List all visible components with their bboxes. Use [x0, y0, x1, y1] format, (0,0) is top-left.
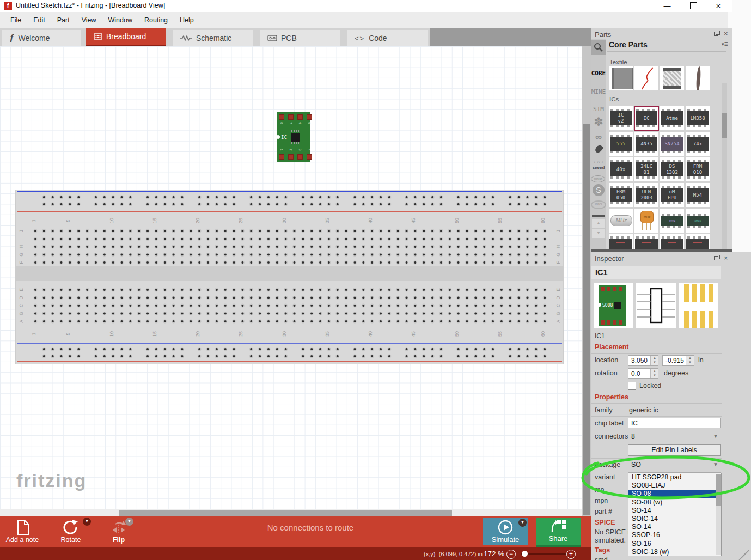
- close-button[interactable]: ×: [710, 0, 726, 11]
- parts-search-button[interactable]: [591, 40, 606, 55]
- variant-option-ssop-16[interactable]: SSOP-16: [628, 531, 719, 539]
- part-thumbnail-textile[interactable]: [686, 66, 710, 90]
- variant-option-so-08-(w)[interactable]: SO-08 (w): [628, 498, 719, 507]
- simulate-menu-caret[interactable]: ▼: [518, 519, 527, 527]
- part-thumbnail-ic-v2[interactable]: IC v2: [609, 106, 633, 130]
- parts-scrollbar[interactable]: [722, 83, 727, 249]
- package-combo[interactable]: SO ▼: [628, 460, 721, 470]
- preview-pcb[interactable]: [679, 283, 718, 328]
- variant-option-so08-eiaj[interactable]: SO08-EIAJ: [628, 482, 719, 490]
- tab-schematic[interactable]: Schematic: [173, 30, 253, 46]
- maximize-button[interactable]: [685, 0, 701, 11]
- locked-checkbox[interactable]: [628, 382, 636, 390]
- nav-scroll-down-icon[interactable]: ▼: [592, 229, 605, 238]
- menu-routing[interactable]: Routing: [138, 16, 174, 24]
- ic-component[interactable]: IC 87651234: [277, 112, 310, 162]
- simulate-button[interactable]: Simulate ▼: [483, 518, 528, 545]
- flip-menu-caret[interactable]: ▼: [125, 518, 133, 526]
- tab-breadboard[interactable]: Breadboard: [86, 28, 166, 47]
- preview-schematic[interactable]: [636, 283, 676, 328]
- zoom-in-button[interactable]: +: [566, 550, 576, 559]
- part-thumbnail-74x[interactable]: 74x: [686, 132, 710, 156]
- arduino-logo-icon[interactable]: ∞: [591, 132, 606, 143]
- part-thumbnail-frm-050[interactable]: FRM 050: [609, 183, 633, 207]
- share-button[interactable]: Share: [536, 518, 581, 547]
- variant-option-so-14[interactable]: SO-14: [628, 523, 719, 531]
- zoom-out-button[interactable]: −: [506, 550, 516, 559]
- parts-close-icon[interactable]: ×: [724, 29, 728, 38]
- dropdown-scrollbar[interactable]: [716, 474, 721, 555]
- menu-edit[interactable]: Edit: [27, 16, 51, 24]
- rotate-menu-caret[interactable]: ▼: [83, 518, 91, 526]
- part-thumbnail-ic[interactable]: IC: [634, 106, 658, 130]
- snootlab-logo-icon[interactable]: S: [591, 184, 606, 196]
- menu-window[interactable]: Window: [102, 16, 138, 24]
- window-resize-grip[interactable]: [737, 550, 747, 559]
- variant-option-soic-18-(w)[interactable]: SOIC-18 (w): [628, 548, 719, 556]
- variant-option-so-08[interactable]: SO-08: [628, 490, 719, 498]
- inspector-close-icon[interactable]: ×: [724, 254, 728, 262]
- tab-code[interactable]: <> Code: [347, 30, 428, 46]
- menu-view[interactable]: View: [76, 16, 102, 24]
- breadboard-canvas[interactable]: 1155101015152020252530303535404045455050…: [0, 46, 582, 516]
- variant-option-ht-ssop28-pad[interactable]: HT SSOP28 pad: [628, 473, 719, 482]
- rotate-button[interactable]: [61, 518, 81, 536]
- zoom-slider-handle[interactable]: [522, 551, 528, 557]
- vertical-scrollbar[interactable]: [582, 46, 591, 516]
- part-thumbnail-resonator[interactable]: MHz: [634, 209, 658, 233]
- part-thumbnail-24lc-01[interactable]: 24LC 01: [634, 157, 658, 181]
- horizontal-scrollbar[interactable]: [0, 509, 582, 516]
- part-thumbnail-m54[interactable]: M54: [686, 183, 710, 207]
- adafruit-logo-icon[interactable]: ✽: [591, 115, 606, 129]
- variant-option-so-16[interactable]: SO-16: [628, 540, 719, 548]
- part-thumbnail-frm-010[interactable]: FRM 010: [686, 157, 710, 181]
- part-thumbnail-textile[interactable]: [634, 66, 658, 90]
- part-thumbnail-ds-1302[interactable]: DS 1302: [660, 157, 684, 181]
- parts-menu-icon[interactable]: ▾≣: [722, 41, 728, 47]
- part-thumbnail-greenic[interactable]: 4001: [660, 209, 684, 233]
- tab-welcome[interactable]: ƒ Welcome: [2, 30, 81, 46]
- part-thumbnail-uln-2003[interactable]: ULN 2003: [634, 183, 658, 207]
- tab-pcb[interactable]: PCB: [260, 30, 340, 46]
- rotation-spinner[interactable]: ▲▼: [650, 369, 658, 378]
- variant-option-so-14[interactable]: SO-14: [628, 507, 719, 515]
- variant-option-soic-14[interactable]: SOIC-14: [628, 515, 719, 523]
- horizontal-scrollbar-thumb[interactable]: [119, 510, 452, 516]
- part-thumbnail-atme[interactable]: Atme: [660, 106, 684, 130]
- sparkfun-logo-icon[interactable]: [591, 145, 606, 153]
- part-thumbnail-4n35[interactable]: 4N35: [634, 132, 658, 156]
- part-thumbnail-555[interactable]: 555: [609, 132, 633, 156]
- chip-label-input[interactable]: IC: [628, 418, 721, 428]
- part-thumbnail-sn754[interactable]: SN754: [660, 132, 684, 156]
- part-thumbnail-textile[interactable]: [609, 66, 633, 90]
- parts-float-icon[interactable]: [714, 31, 720, 36]
- inspector-float-icon[interactable]: [714, 255, 720, 260]
- connectors-combo[interactable]: 8 ▼: [628, 431, 721, 442]
- infineon-logo-icon[interactable]: Infineon: [591, 175, 606, 182]
- parts-tab-sim[interactable]: SIM: [591, 106, 606, 113]
- edit-pin-labels-button[interactable]: Edit Pin Labels: [628, 444, 721, 456]
- part-thumbnail-um-fpu[interactable]: uM FPU: [660, 183, 684, 207]
- seeed-logo-icon[interactable]: ◡◡seeed: [591, 158, 606, 170]
- part-thumbnail-crystal[interactable]: MHz: [609, 209, 633, 233]
- intel-logo-icon[interactable]: intel: [591, 200, 606, 209]
- preview-breadboard[interactable]: SO08: [594, 283, 633, 328]
- part-thumbnail-lm358[interactable]: LM358: [686, 106, 710, 130]
- menu-file[interactable]: File: [4, 16, 27, 24]
- vertical-scrollbar-thumb[interactable]: [583, 124, 590, 515]
- minimize-button[interactable]: —: [659, 0, 675, 11]
- location-y-spinner[interactable]: ▲▼: [686, 356, 694, 365]
- add-note-button[interactable]: [12, 519, 34, 536]
- menu-part[interactable]: Part: [51, 16, 76, 24]
- parts-tab-mine[interactable]: MINE: [591, 88, 606, 95]
- parts-scrollbar-thumb[interactable]: [722, 113, 727, 138]
- dropdown-scrollbar-thumb[interactable]: [716, 474, 721, 506]
- part-thumbnail-40x[interactable]: 40x: [609, 157, 633, 181]
- dock-splitter[interactable]: [591, 249, 732, 252]
- parts-tab-core[interactable]: CORE: [591, 70, 606, 77]
- part-thumbnail-textile[interactable]: [660, 66, 684, 90]
- nav-scroll-up-icon[interactable]: ▲: [592, 219, 605, 228]
- part-thumbnail-greenic[interactable]: 4004: [686, 209, 710, 233]
- breadboard[interactable]: 1155101015152020252530303535404045455050…: [15, 190, 564, 364]
- menu-help[interactable]: Help: [174, 16, 200, 24]
